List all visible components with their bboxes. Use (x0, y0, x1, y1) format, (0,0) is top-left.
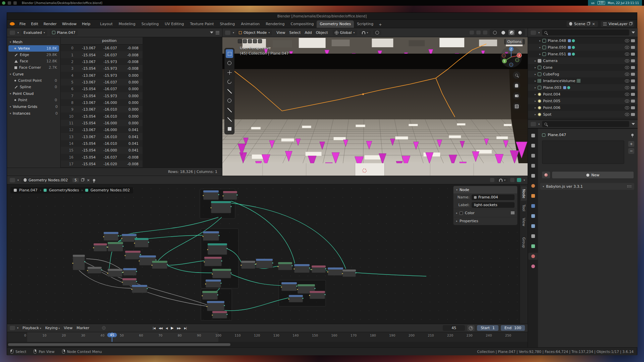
pin-tree-icon[interactable] (93, 179, 95, 181)
properties-filter-icon[interactable] (632, 123, 635, 125)
add-slot-button[interactable]: + (628, 141, 634, 147)
outliner-item-cubefog[interactable]: ▸CubeFog (528, 71, 638, 77)
zoom-icon[interactable] (513, 71, 520, 79)
pin-icon[interactable] (631, 134, 634, 136)
timeline-menu-marker[interactable]: Marker (74, 325, 91, 331)
node-input-socket[interactable] (342, 273, 343, 274)
properties-tab-scene[interactable] (528, 172, 538, 179)
node-input-socket[interactable] (288, 299, 289, 300)
node-tree-selector[interactable]: Geometry Nodes.002 (21, 177, 70, 183)
use-nodes-toggle-icon[interactable] (517, 178, 521, 182)
light-panel[interactable] (334, 137, 346, 140)
node-input-socket[interactable] (203, 195, 204, 196)
spreadsheet-group-volume-grids[interactable]: ▾Volume Grids0 (7, 103, 60, 110)
node-panel-header[interactable]: ▾ Node (453, 186, 517, 193)
workspace-tab-modeling[interactable]: Modeling (116, 20, 139, 28)
node-output-socket[interactable] (155, 259, 156, 260)
column-header[interactable]: position (76, 39, 143, 43)
window-titlebar[interactable]: Blender [/home/amalie/Desktop/blender/of… (7, 13, 637, 20)
snapping-toggle[interactable]: ▾ (360, 31, 371, 35)
node-editor-canvas[interactable]: Plane.047 › GeometryNodes › Geometry Nod… (7, 184, 528, 324)
node-input-socket[interactable] (131, 289, 132, 290)
node-output-socket[interactable] (226, 314, 227, 315)
node-input-socket[interactable] (139, 260, 140, 261)
node-input-socket[interactable] (93, 247, 94, 248)
shading-solid-button[interactable] (500, 30, 506, 35)
view-layer-selector[interactable]: ViewLayer (601, 21, 634, 27)
outliner-filter-icon[interactable] (632, 32, 635, 34)
table-row[interactable]: 3-15.054-15.973-0.008 (61, 65, 143, 72)
workspace-tab-geometry-nodes[interactable]: Geometry Nodes (317, 20, 354, 28)
outliner-item-point-005[interactable]: ▸Point.005 (528, 98, 638, 104)
light-panel[interactable] (449, 135, 461, 138)
options-button[interactable]: Options (504, 39, 525, 45)
table-row[interactable]: 9-13.067-16.0100.000 (61, 106, 143, 113)
viewport-menu-select[interactable]: Select (287, 30, 303, 36)
node-output-socket[interactable] (226, 248, 227, 249)
editor-type-icon[interactable] (531, 122, 536, 126)
node-input-socket[interactable] (277, 266, 278, 267)
auto-key-record-button[interactable] (102, 326, 106, 330)
node-input-socket[interactable] (122, 272, 123, 273)
menu-file[interactable]: File (17, 21, 28, 27)
disable-in-renders-icon[interactable] (631, 93, 635, 96)
spreadsheet-group-mesh[interactable]: ▾Mesh (7, 39, 60, 45)
current-frame-badge[interactable]: 45 (107, 333, 117, 337)
table-row[interactable]: 7-15.054-15.9730.000 (61, 92, 143, 99)
outliner-item-plane-048[interactable]: ▸Plane.048 (528, 37, 638, 44)
properties-tab-constraints[interactable] (528, 233, 538, 240)
node-output-socket[interactable] (140, 254, 141, 255)
disable-in-renders-icon[interactable] (631, 113, 635, 116)
menu-edit[interactable]: Edit (28, 21, 41, 27)
properties-tab-view-layer[interactable] (528, 162, 538, 169)
table-row[interactable]: 6-15.054-16.0370.000 (61, 85, 143, 92)
disclosure-triangle-icon[interactable]: ▸ (535, 100, 536, 103)
keyboard-layout-indicator[interactable]: us (591, 1, 594, 5)
workspace-tab-scripting[interactable]: Scripting (354, 20, 376, 28)
sidebar-tab-node[interactable]: Node (521, 186, 527, 201)
tool-tweak[interactable] (226, 49, 233, 58)
table-row[interactable]: 12-13.067-16.0000.041 (61, 126, 143, 133)
hide-in-viewport-icon[interactable] (625, 106, 629, 109)
hide-in-viewport-icon[interactable] (625, 113, 629, 116)
light-panel[interactable] (281, 138, 294, 141)
node-output-socket[interactable] (236, 194, 237, 195)
os-status-icon[interactable] (2, 1, 5, 5)
editor-type-icon[interactable] (531, 31, 536, 35)
domain-edge[interactable]: Edge29.8K (8, 52, 59, 58)
row-filter-icon[interactable] (216, 31, 219, 34)
add-workspace-button[interactable]: + (376, 21, 384, 28)
viewport-menu-object[interactable]: Object (314, 30, 330, 36)
tool-annotate[interactable] (226, 106, 233, 114)
disable-in-renders-icon[interactable] (631, 106, 635, 109)
node-input-socket[interactable] (107, 273, 108, 274)
shading-material-button[interactable] (508, 30, 515, 35)
disable-in-renders-icon[interactable] (631, 73, 635, 76)
properties-tab-tool[interactable] (528, 132, 538, 139)
disclosure-triangle-icon[interactable]: ▸ (539, 46, 541, 49)
domain-control-point[interactable]: Control Point0 (8, 77, 59, 84)
hide-in-viewport-icon[interactable] (625, 93, 629, 96)
node-input-socket[interactable] (212, 315, 213, 316)
jump-to-start-button[interactable]: |◀ (151, 326, 156, 330)
properties-section-header[interactable]: ▸ Properties (453, 217, 517, 225)
node-output-socket[interactable] (314, 288, 315, 289)
node-input-socket[interactable] (124, 255, 125, 256)
node-output-socket[interactable] (224, 305, 225, 306)
timeline-scrollbar[interactable] (7, 342, 528, 347)
hide-in-viewport-icon[interactable] (625, 39, 629, 42)
hide-in-viewport-icon[interactable] (625, 66, 629, 69)
disable-in-renders-icon[interactable] (631, 46, 635, 49)
node-input-socket[interactable] (204, 261, 205, 262)
properties-tab-particles[interactable] (528, 213, 538, 220)
duplicate-tree-icon[interactable] (81, 179, 84, 181)
previous-keyframe-button[interactable]: ◀◀ (157, 326, 164, 330)
workspace-tab-layout[interactable]: Layout (97, 20, 115, 28)
light-panel[interactable] (409, 124, 418, 126)
browse-material-button[interactable] (542, 172, 550, 178)
hide-in-viewport-icon[interactable] (625, 46, 629, 49)
node-output-socket[interactable] (218, 235, 219, 236)
mini-tool-icon[interactable] (258, 39, 262, 43)
parent-tree-icon[interactable] (490, 178, 494, 182)
unlink-tree-icon[interactable]: × (86, 178, 91, 182)
